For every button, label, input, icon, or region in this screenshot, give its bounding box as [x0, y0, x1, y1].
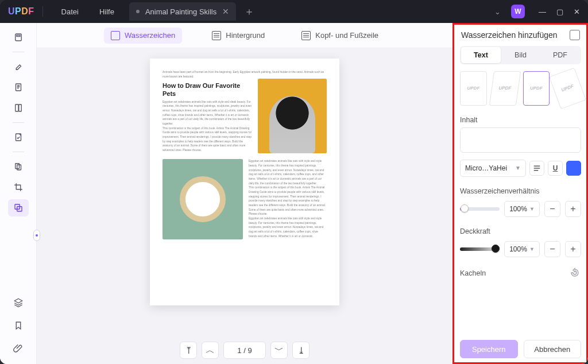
opacity-increase-button[interactable]: + [565, 241, 581, 257]
window-close-icon[interactable]: ✕ [574, 7, 580, 16]
tab-title: Animal Painting Skills [145, 7, 216, 16]
titlebar: UPDF Datei Hilfe Animal Painting Skills … [0, 0, 588, 23]
doc-para1: Egyptian art celebrates animals like cat… [163, 100, 252, 126]
document-canvas[interactable]: Animals have been part of human art from… [37, 48, 452, 336]
align-button[interactable] [529, 161, 544, 176]
tab-background[interactable]: Hintergrund [205, 28, 272, 44]
chevron-down-icon: ▼ [515, 165, 521, 171]
tab-close-icon[interactable]: ✕ [222, 7, 229, 16]
header-footer-icon [301, 31, 311, 40]
doc-para2: This combination is the subject of this … [163, 126, 252, 153]
ratio-slider[interactable] [460, 207, 500, 211]
panel-tab-pdf[interactable]: PDF [540, 47, 580, 63]
app-logo: UPDF [8, 6, 34, 17]
panel-type-tabs: Text Bild PDF [460, 46, 581, 64]
background-icon [212, 31, 221, 40]
watermark-panel: Wasserzeichen hinzufügen Text Bild PDF U… [452, 23, 588, 364]
panel-tab-image[interactable]: Bild [501, 47, 540, 63]
svg-rect-2 [16, 84, 21, 91]
sidebar-collapse-handle[interactable] [33, 230, 40, 241]
watermark-text-input[interactable] [460, 127, 581, 153]
sidebar-tool-watermark[interactable] [8, 199, 29, 216]
svg-rect-3 [15, 104, 18, 111]
tile-reset-icon[interactable] [570, 268, 581, 279]
pager-current: 1 [237, 346, 241, 355]
ratio-label: Wasserzeichenverhältnis [460, 187, 581, 195]
window-minimize-icon[interactable]: ― [539, 7, 546, 16]
chevron-down-icon[interactable]: ⌄ [490, 7, 505, 16]
pager-last-button[interactable]: ⤓ [292, 342, 310, 359]
panel-tab-text[interactable]: Text [461, 47, 501, 63]
doc-heading: How to Draw Our Favorite Pets [163, 82, 252, 97]
watermark-preset-3[interactable]: UPDF [523, 71, 550, 106]
save-button[interactable]: Speichern [460, 340, 518, 358]
sidebar-tool-reader[interactable] [8, 29, 29, 46]
sidebar-tool-pages[interactable] [8, 99, 29, 117]
watermark-preset-2[interactable]: UPDF [489, 71, 521, 106]
font-select[interactable]: Micro…YaHei ▼ [460, 160, 526, 177]
menu-file[interactable]: Datei [51, 7, 89, 16]
sidebar-tool-edit[interactable] [8, 79, 29, 96]
pager: ⤒ ︿ 1 / 9 ﹀ ⤓ [37, 336, 452, 364]
ratio-increase-button[interactable]: + [565, 201, 581, 217]
new-tab-button[interactable]: ＋ [244, 5, 254, 18]
tab-watermark[interactable]: Wasserzeichen [104, 28, 182, 44]
account-badge[interactable]: W [511, 5, 525, 18]
pager-sep: / [243, 346, 246, 355]
sidebar-layers-icon[interactable] [8, 294, 29, 311]
svg-rect-1 [17, 35, 20, 36]
sidebar-tool-form[interactable] [8, 129, 29, 146]
ratio-decrease-button[interactable]: − [544, 201, 560, 217]
sidebar-tool-crop[interactable] [8, 179, 29, 196]
document-tab[interactable]: Animal Painting Skills ✕ [129, 2, 236, 21]
doc-image-embroidery [163, 159, 243, 239]
pager-field[interactable]: 1 / 9 [223, 342, 266, 359]
watermark-preset-4[interactable]: UPDF [549, 68, 586, 109]
doc-para3: Egyptian art celebrates animals like cat… [249, 159, 327, 185]
text-color-button[interactable] [566, 161, 581, 176]
pager-next-button[interactable]: ﹀ [270, 342, 288, 359]
doc-para5: Egyptian art celebrates animals like cat… [249, 216, 327, 238]
page-tools-bar: Wasserzeichen Hintergrund Kopf- und Fußz… [37, 23, 452, 48]
sidebar-tool-highlight[interactable] [8, 58, 29, 75]
doc-lead: Animals have been part of human art from… [163, 70, 327, 79]
left-sidebar [0, 23, 37, 364]
opacity-value-box[interactable]: 100%▼ [504, 241, 540, 257]
tab-watermark-label: Wasserzeichen [125, 31, 175, 40]
content-label: Inhalt [460, 116, 581, 124]
window-maximize-icon[interactable]: ▢ [556, 7, 563, 16]
pager-first-button[interactable]: ⤒ [180, 342, 197, 359]
underline-button[interactable]: U [548, 161, 563, 176]
panel-title: Wasserzeichen hinzufügen [461, 30, 558, 40]
watermark-icon [111, 31, 120, 40]
ratio-value-box[interactable]: 100%▼ [504, 201, 540, 217]
font-select-value: Micro…YaHei [465, 164, 507, 172]
panel-expand-icon[interactable] [570, 30, 580, 40]
tab-header-footer[interactable]: Kopf- und Fußzeile [295, 28, 385, 44]
menu-help[interactable]: Hilfe [89, 7, 125, 16]
watermark-preset-1[interactable]: UPDF [460, 71, 487, 106]
opacity-decrease-button[interactable]: − [544, 241, 560, 257]
tab-header-footer-label: Kopf- und Fußzeile [315, 31, 378, 40]
opacity-label: Deckkraft [460, 227, 581, 235]
doc-para4: This combination is the subject of this … [249, 185, 327, 216]
tab-background-label: Hintergrund [226, 31, 265, 40]
tile-label: Kacheln [460, 269, 486, 277]
cancel-button[interactable]: Abbrechen [524, 340, 582, 358]
opacity-slider[interactable] [460, 247, 500, 251]
sidebar-tool-organize[interactable] [8, 158, 29, 175]
svg-rect-4 [18, 104, 21, 111]
sidebar-attachment-icon[interactable] [8, 340, 29, 357]
document-page: Animals have been part of human art from… [150, 59, 339, 305]
pager-prev-button[interactable]: ︿ [202, 342, 219, 359]
pager-total: 9 [247, 346, 252, 355]
tab-indicator-icon [136, 10, 140, 13]
sidebar-bookmark-icon[interactable] [8, 317, 29, 334]
doc-image-pug [258, 79, 327, 153]
